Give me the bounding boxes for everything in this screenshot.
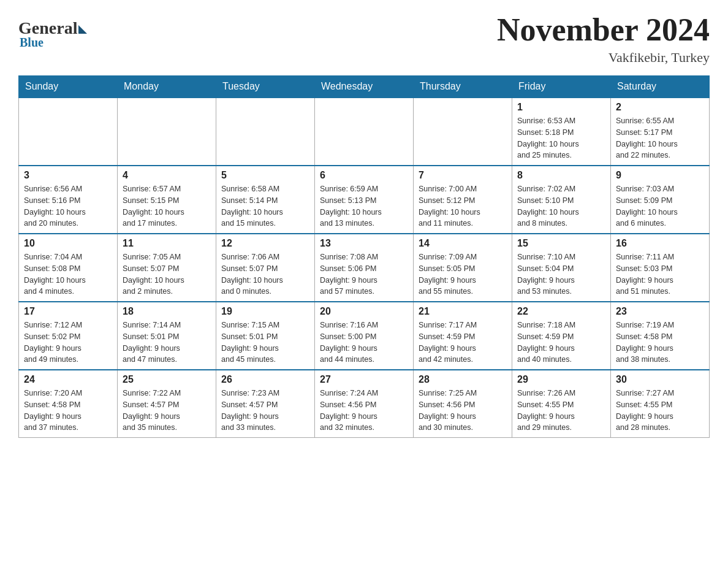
day-info: Sunrise: 7:16 AM Sunset: 5:00 PM Dayligh…: [320, 320, 408, 366]
day-info: Sunrise: 6:57 AM Sunset: 5:15 PM Dayligh…: [123, 183, 211, 229]
day-number: 19: [221, 306, 309, 317]
logo-blue-text: Blue: [20, 36, 44, 50]
calendar-day-cell: 23Sunrise: 7:19 AM Sunset: 4:58 PM Dayli…: [611, 302, 710, 370]
calendar-day-cell: 19Sunrise: 7:15 AM Sunset: 5:01 PM Dayli…: [216, 302, 315, 370]
day-info: Sunrise: 7:11 AM Sunset: 5:03 PM Dayligh…: [616, 251, 704, 297]
calendar-day-cell: 1Sunrise: 6:53 AM Sunset: 5:18 PM Daylig…: [512, 98, 611, 166]
calendar-day-cell: 9Sunrise: 7:03 AM Sunset: 5:09 PM Daylig…: [611, 166, 710, 234]
day-number: 9: [616, 170, 704, 181]
calendar-day-cell: 12Sunrise: 7:06 AM Sunset: 5:07 PM Dayli…: [216, 234, 315, 302]
calendar-day-cell: 15Sunrise: 7:10 AM Sunset: 5:04 PM Dayli…: [512, 234, 611, 302]
calendar-day-cell: 8Sunrise: 7:02 AM Sunset: 5:10 PM Daylig…: [512, 166, 611, 234]
weekday-header-thursday: Thursday: [414, 76, 512, 98]
day-number: 8: [517, 170, 605, 181]
calendar-day-cell: 5Sunrise: 6:58 AM Sunset: 5:14 PM Daylig…: [216, 166, 315, 234]
logo-arrow-icon: [78, 25, 87, 34]
day-number: 16: [616, 238, 704, 249]
day-info: Sunrise: 7:12 AM Sunset: 5:02 PM Dayligh…: [24, 320, 112, 366]
calendar-day-cell: 14Sunrise: 7:09 AM Sunset: 5:05 PM Dayli…: [414, 234, 512, 302]
calendar-day-cell: 7Sunrise: 7:00 AM Sunset: 5:12 PM Daylig…: [414, 166, 512, 234]
calendar-day-cell: 11Sunrise: 7:05 AM Sunset: 5:07 PM Dayli…: [118, 234, 216, 302]
calendar-day-cell: 16Sunrise: 7:11 AM Sunset: 5:03 PM Dayli…: [611, 234, 710, 302]
day-number: 15: [517, 238, 605, 249]
calendar-day-cell: 27Sunrise: 7:24 AM Sunset: 4:56 PM Dayli…: [315, 370, 414, 438]
day-number: 10: [24, 238, 112, 249]
day-number: 21: [419, 306, 507, 317]
day-info: Sunrise: 7:22 AM Sunset: 4:57 PM Dayligh…: [123, 388, 211, 434]
day-number: 20: [320, 306, 408, 317]
day-info: Sunrise: 7:14 AM Sunset: 5:01 PM Dayligh…: [123, 320, 211, 366]
page-header: General Blue November 2024 Vakfikebir, T…: [18, 12, 710, 66]
calendar-day-cell: 24Sunrise: 7:20 AM Sunset: 4:58 PM Dayli…: [19, 370, 118, 438]
calendar-day-cell: 2Sunrise: 6:55 AM Sunset: 5:17 PM Daylig…: [611, 98, 710, 166]
title-area: November 2024 Vakfikebir, Turkey: [497, 12, 710, 66]
calendar-day-cell: 25Sunrise: 7:22 AM Sunset: 4:57 PM Dayli…: [118, 370, 216, 438]
day-info: Sunrise: 7:00 AM Sunset: 5:12 PM Dayligh…: [419, 183, 507, 229]
day-number: 12: [221, 238, 309, 249]
day-number: 27: [320, 374, 408, 385]
day-info: Sunrise: 7:02 AM Sunset: 5:10 PM Dayligh…: [517, 183, 605, 229]
calendar-day-cell: [19, 98, 118, 166]
calendar-day-cell: 4Sunrise: 6:57 AM Sunset: 5:15 PM Daylig…: [118, 166, 216, 234]
calendar-week-row: 3Sunrise: 6:56 AM Sunset: 5:16 PM Daylig…: [19, 166, 710, 234]
day-info: Sunrise: 7:25 AM Sunset: 4:56 PM Dayligh…: [419, 388, 507, 434]
day-info: Sunrise: 7:10 AM Sunset: 5:04 PM Dayligh…: [517, 251, 605, 297]
logo: General Blue: [18, 18, 87, 50]
calendar-day-cell: 20Sunrise: 7:16 AM Sunset: 5:00 PM Dayli…: [315, 302, 414, 370]
day-number: 7: [419, 170, 507, 181]
calendar-day-cell: [118, 98, 216, 166]
day-number: 18: [123, 306, 211, 317]
weekday-header-row: SundayMondayTuesdayWednesdayThursdayFrid…: [19, 76, 710, 98]
day-info: Sunrise: 7:06 AM Sunset: 5:07 PM Dayligh…: [221, 251, 309, 297]
day-info: Sunrise: 6:55 AM Sunset: 5:17 PM Dayligh…: [616, 115, 704, 161]
month-title: November 2024: [497, 12, 710, 47]
day-number: 14: [419, 238, 507, 249]
day-info: Sunrise: 7:27 AM Sunset: 4:55 PM Dayligh…: [616, 388, 704, 434]
location-text: Vakfikebir, Turkey: [497, 50, 710, 66]
calendar-day-cell: 18Sunrise: 7:14 AM Sunset: 5:01 PM Dayli…: [118, 302, 216, 370]
calendar-day-cell: 13Sunrise: 7:08 AM Sunset: 5:06 PM Dayli…: [315, 234, 414, 302]
calendar-day-cell: 30Sunrise: 7:27 AM Sunset: 4:55 PM Dayli…: [611, 370, 710, 438]
calendar-day-cell: 29Sunrise: 7:26 AM Sunset: 4:55 PM Dayli…: [512, 370, 611, 438]
calendar-day-cell: 6Sunrise: 6:59 AM Sunset: 5:13 PM Daylig…: [315, 166, 414, 234]
day-info: Sunrise: 7:03 AM Sunset: 5:09 PM Dayligh…: [616, 183, 704, 229]
day-number: 1: [517, 102, 605, 113]
weekday-header-friday: Friday: [512, 76, 611, 98]
day-info: Sunrise: 7:20 AM Sunset: 4:58 PM Dayligh…: [24, 388, 112, 434]
calendar-day-cell: 17Sunrise: 7:12 AM Sunset: 5:02 PM Dayli…: [19, 302, 118, 370]
day-info: Sunrise: 7:17 AM Sunset: 4:59 PM Dayligh…: [419, 320, 507, 366]
day-number: 24: [24, 374, 112, 385]
day-number: 17: [24, 306, 112, 317]
day-number: 26: [221, 374, 309, 385]
day-info: Sunrise: 7:15 AM Sunset: 5:01 PM Dayligh…: [221, 320, 309, 366]
calendar-day-cell: 10Sunrise: 7:04 AM Sunset: 5:08 PM Dayli…: [19, 234, 118, 302]
day-number: 22: [517, 306, 605, 317]
day-number: 23: [616, 306, 704, 317]
calendar-day-cell: [315, 98, 414, 166]
day-info: Sunrise: 7:24 AM Sunset: 4:56 PM Dayligh…: [320, 388, 408, 434]
calendar-week-row: 17Sunrise: 7:12 AM Sunset: 5:02 PM Dayli…: [19, 302, 710, 370]
day-number: 28: [419, 374, 507, 385]
calendar-week-row: 1Sunrise: 6:53 AM Sunset: 5:18 PM Daylig…: [19, 98, 710, 166]
day-number: 2: [616, 102, 704, 113]
day-info: Sunrise: 6:58 AM Sunset: 5:14 PM Dayligh…: [221, 183, 309, 229]
day-number: 6: [320, 170, 408, 181]
calendar-day-cell: 28Sunrise: 7:25 AM Sunset: 4:56 PM Dayli…: [414, 370, 512, 438]
day-info: Sunrise: 6:59 AM Sunset: 5:13 PM Dayligh…: [320, 183, 408, 229]
day-number: 3: [24, 170, 112, 181]
calendar-day-cell: 26Sunrise: 7:23 AM Sunset: 4:57 PM Dayli…: [216, 370, 315, 438]
calendar-day-cell: 3Sunrise: 6:56 AM Sunset: 5:16 PM Daylig…: [19, 166, 118, 234]
day-info: Sunrise: 7:23 AM Sunset: 4:57 PM Dayligh…: [221, 388, 309, 434]
calendar-week-row: 24Sunrise: 7:20 AM Sunset: 4:58 PM Dayli…: [19, 370, 710, 438]
weekday-header-wednesday: Wednesday: [315, 76, 414, 98]
day-number: 29: [517, 374, 605, 385]
day-number: 30: [616, 374, 704, 385]
calendar-day-cell: [414, 98, 512, 166]
day-info: Sunrise: 7:18 AM Sunset: 4:59 PM Dayligh…: [517, 320, 605, 366]
weekday-header-sunday: Sunday: [19, 76, 118, 98]
calendar-week-row: 10Sunrise: 7:04 AM Sunset: 5:08 PM Dayli…: [19, 234, 710, 302]
calendar-day-cell: 21Sunrise: 7:17 AM Sunset: 4:59 PM Dayli…: [414, 302, 512, 370]
weekday-header-saturday: Saturday: [611, 76, 710, 98]
day-number: 4: [123, 170, 211, 181]
day-info: Sunrise: 7:09 AM Sunset: 5:05 PM Dayligh…: [419, 251, 507, 297]
